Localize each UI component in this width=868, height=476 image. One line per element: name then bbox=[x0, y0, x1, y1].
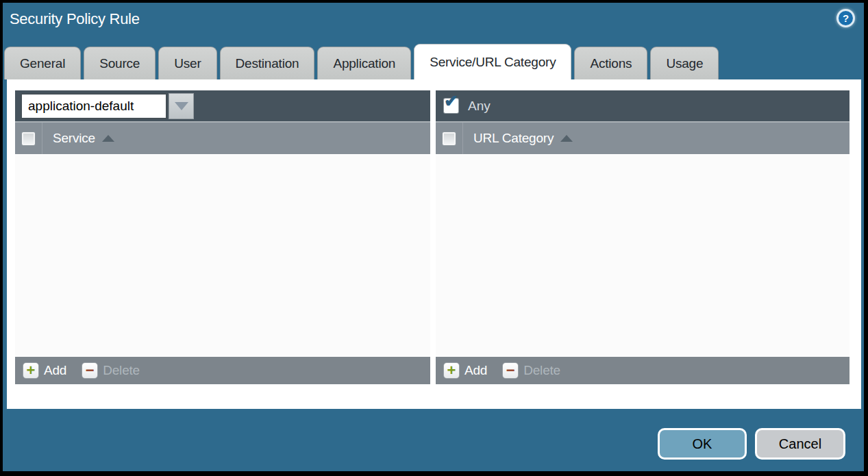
service-type-value[interactable]: application-default bbox=[21, 93, 167, 119]
cancel-button[interactable]: Cancel bbox=[755, 428, 845, 460]
plus-icon: + bbox=[23, 362, 39, 379]
service-delete-button[interactable]: − Delete bbox=[82, 362, 140, 379]
tab-user[interactable]: User bbox=[158, 47, 216, 79]
service-select-all-checkbox[interactable] bbox=[22, 132, 35, 145]
any-checkbox[interactable]: ✔ bbox=[444, 99, 458, 113]
tab-actions[interactable]: Actions bbox=[574, 47, 647, 79]
tab-source[interactable]: Source bbox=[84, 47, 156, 79]
tab-usage[interactable]: Usage bbox=[650, 47, 719, 79]
tab-destination[interactable]: Destination bbox=[220, 47, 315, 79]
service-add-button[interactable]: + Add bbox=[23, 362, 66, 379]
service-column-header[interactable]: Service bbox=[53, 131, 95, 146]
url-category-panel: ✔ Any URL Category + Add − bbox=[436, 90, 850, 384]
service-list bbox=[15, 154, 430, 357]
url-category-list bbox=[436, 154, 850, 357]
url-category-table-header: URL Category bbox=[436, 121, 850, 154]
minus-icon: − bbox=[502, 362, 519, 379]
tab-content: application-default Service + Add bbox=[7, 79, 861, 409]
minus-icon: − bbox=[82, 362, 98, 379]
service-table-header: Service bbox=[15, 121, 430, 154]
url-category-delete-button[interactable]: − Delete bbox=[502, 362, 560, 379]
any-label: Any bbox=[468, 99, 491, 114]
sort-ascending-icon[interactable] bbox=[560, 135, 573, 142]
dialog-border bbox=[864, 0, 868, 476]
service-panel-toolbar: application-default bbox=[15, 90, 430, 121]
url-category-select-all-checkbox[interactable] bbox=[443, 132, 456, 145]
url-category-any-toggle[interactable]: ✔ Any bbox=[444, 99, 491, 114]
dialog-border bbox=[0, 471, 868, 476]
url-category-add-button[interactable]: + Add bbox=[443, 362, 487, 379]
plus-icon: + bbox=[443, 362, 460, 379]
tab-service-url-category[interactable]: Service/URL Category bbox=[414, 44, 571, 79]
url-category-column-header[interactable]: URL Category bbox=[473, 131, 554, 146]
url-category-panel-toolbar: ✔ Any bbox=[436, 90, 850, 121]
tab-bar: General Source User Destination Applicat… bbox=[4, 44, 719, 79]
tab-general[interactable]: General bbox=[4, 47, 81, 79]
dialog-border bbox=[0, 0, 3, 476]
dialog-title: Security Policy Rule bbox=[10, 10, 140, 28]
security-policy-rule-dialog: Security Policy Rule ? General Source Us… bbox=[0, 0, 868, 476]
service-panel-footer: + Add − Delete bbox=[15, 357, 430, 384]
dialog-border bbox=[0, 0, 868, 3]
tab-application[interactable]: Application bbox=[317, 47, 411, 79]
ok-button[interactable]: OK bbox=[658, 428, 747, 460]
service-type-dropdown-button[interactable] bbox=[169, 93, 194, 119]
checkmark-icon: ✔ bbox=[444, 92, 458, 110]
sort-ascending-icon[interactable] bbox=[102, 135, 114, 142]
chevron-down-icon bbox=[175, 102, 188, 110]
service-type-dropdown[interactable]: application-default bbox=[21, 93, 194, 119]
help-icon[interactable]: ? bbox=[836, 9, 855, 27]
service-panel: application-default Service + Add bbox=[15, 90, 430, 384]
url-category-panel-footer: + Add − Delete bbox=[436, 357, 850, 384]
